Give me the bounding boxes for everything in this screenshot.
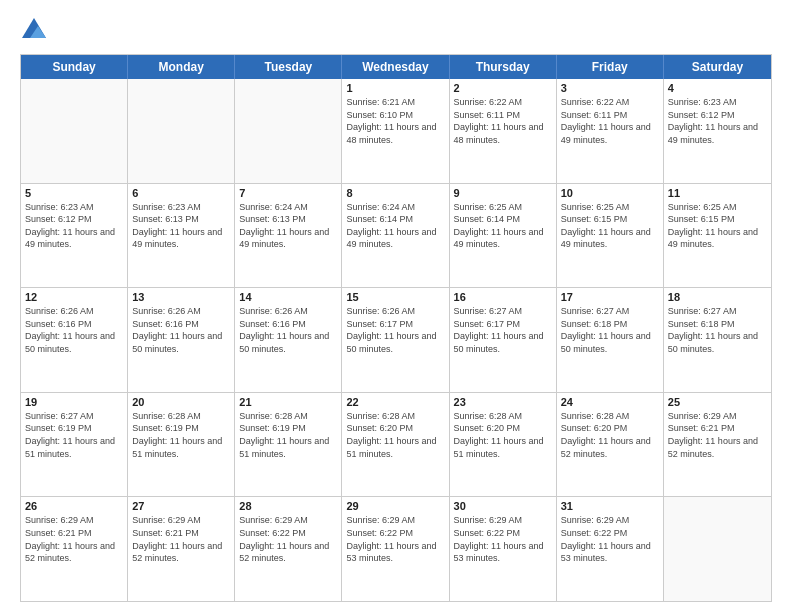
day-info: Sunrise: 6:23 AMSunset: 6:12 PMDaylight:… (668, 96, 767, 146)
day-number: 4 (668, 82, 767, 94)
header-day-sunday: Sunday (21, 55, 128, 79)
calendar-cell: 9Sunrise: 6:25 AMSunset: 6:14 PMDaylight… (450, 184, 557, 288)
day-info: Sunrise: 6:29 AMSunset: 6:22 PMDaylight:… (346, 514, 444, 564)
calendar-row-4: 19Sunrise: 6:27 AMSunset: 6:19 PMDayligh… (21, 392, 771, 497)
day-number: 10 (561, 187, 659, 199)
day-number: 31 (561, 500, 659, 512)
header-day-friday: Friday (557, 55, 664, 79)
day-info: Sunrise: 6:28 AMSunset: 6:20 PMDaylight:… (454, 410, 552, 460)
day-number: 19 (25, 396, 123, 408)
day-info: Sunrise: 6:23 AMSunset: 6:12 PMDaylight:… (25, 201, 123, 251)
calendar-cell: 23Sunrise: 6:28 AMSunset: 6:20 PMDayligh… (450, 393, 557, 497)
day-number: 5 (25, 187, 123, 199)
day-number: 30 (454, 500, 552, 512)
day-info: Sunrise: 6:21 AMSunset: 6:10 PMDaylight:… (346, 96, 444, 146)
day-info: Sunrise: 6:25 AMSunset: 6:15 PMDaylight:… (668, 201, 767, 251)
calendar-cell: 17Sunrise: 6:27 AMSunset: 6:18 PMDayligh… (557, 288, 664, 392)
calendar-row-1: 1Sunrise: 6:21 AMSunset: 6:10 PMDaylight… (21, 79, 771, 183)
calendar-cell: 10Sunrise: 6:25 AMSunset: 6:15 PMDayligh… (557, 184, 664, 288)
day-number: 28 (239, 500, 337, 512)
calendar-cell: 22Sunrise: 6:28 AMSunset: 6:20 PMDayligh… (342, 393, 449, 497)
day-number: 14 (239, 291, 337, 303)
calendar-row-2: 5Sunrise: 6:23 AMSunset: 6:12 PMDaylight… (21, 183, 771, 288)
calendar-cell: 25Sunrise: 6:29 AMSunset: 6:21 PMDayligh… (664, 393, 771, 497)
calendar-cell: 28Sunrise: 6:29 AMSunset: 6:22 PMDayligh… (235, 497, 342, 601)
day-number: 16 (454, 291, 552, 303)
header-day-monday: Monday (128, 55, 235, 79)
calendar-row-5: 26Sunrise: 6:29 AMSunset: 6:21 PMDayligh… (21, 496, 771, 601)
header-day-saturday: Saturday (664, 55, 771, 79)
calendar-cell: 30Sunrise: 6:29 AMSunset: 6:22 PMDayligh… (450, 497, 557, 601)
day-number: 12 (25, 291, 123, 303)
day-number: 2 (454, 82, 552, 94)
calendar-cell: 5Sunrise: 6:23 AMSunset: 6:12 PMDaylight… (21, 184, 128, 288)
day-info: Sunrise: 6:27 AMSunset: 6:17 PMDaylight:… (454, 305, 552, 355)
day-info: Sunrise: 6:29 AMSunset: 6:22 PMDaylight:… (239, 514, 337, 564)
calendar-cell (128, 79, 235, 183)
calendar-cell: 1Sunrise: 6:21 AMSunset: 6:10 PMDaylight… (342, 79, 449, 183)
day-number: 27 (132, 500, 230, 512)
calendar-cell: 26Sunrise: 6:29 AMSunset: 6:21 PMDayligh… (21, 497, 128, 601)
day-info: Sunrise: 6:26 AMSunset: 6:16 PMDaylight:… (25, 305, 123, 355)
day-info: Sunrise: 6:22 AMSunset: 6:11 PMDaylight:… (561, 96, 659, 146)
calendar-cell: 8Sunrise: 6:24 AMSunset: 6:14 PMDaylight… (342, 184, 449, 288)
header-day-tuesday: Tuesday (235, 55, 342, 79)
day-info: Sunrise: 6:29 AMSunset: 6:21 PMDaylight:… (25, 514, 123, 564)
day-number: 25 (668, 396, 767, 408)
calendar-cell: 19Sunrise: 6:27 AMSunset: 6:19 PMDayligh… (21, 393, 128, 497)
day-info: Sunrise: 6:29 AMSunset: 6:21 PMDaylight:… (132, 514, 230, 564)
day-number: 8 (346, 187, 444, 199)
calendar-cell: 27Sunrise: 6:29 AMSunset: 6:21 PMDayligh… (128, 497, 235, 601)
day-info: Sunrise: 6:26 AMSunset: 6:17 PMDaylight:… (346, 305, 444, 355)
calendar-cell: 18Sunrise: 6:27 AMSunset: 6:18 PMDayligh… (664, 288, 771, 392)
calendar-cell: 29Sunrise: 6:29 AMSunset: 6:22 PMDayligh… (342, 497, 449, 601)
day-info: Sunrise: 6:24 AMSunset: 6:13 PMDaylight:… (239, 201, 337, 251)
day-info: Sunrise: 6:25 AMSunset: 6:14 PMDaylight:… (454, 201, 552, 251)
day-number: 24 (561, 396, 659, 408)
day-number: 13 (132, 291, 230, 303)
calendar-cell: 13Sunrise: 6:26 AMSunset: 6:16 PMDayligh… (128, 288, 235, 392)
day-number: 22 (346, 396, 444, 408)
day-number: 9 (454, 187, 552, 199)
calendar-cell (21, 79, 128, 183)
day-info: Sunrise: 6:27 AMSunset: 6:19 PMDaylight:… (25, 410, 123, 460)
calendar-cell: 14Sunrise: 6:26 AMSunset: 6:16 PMDayligh… (235, 288, 342, 392)
header (20, 16, 772, 44)
calendar-cell (664, 497, 771, 601)
calendar-cell: 24Sunrise: 6:28 AMSunset: 6:20 PMDayligh… (557, 393, 664, 497)
day-info: Sunrise: 6:27 AMSunset: 6:18 PMDaylight:… (561, 305, 659, 355)
day-info: Sunrise: 6:24 AMSunset: 6:14 PMDaylight:… (346, 201, 444, 251)
calendar-cell: 31Sunrise: 6:29 AMSunset: 6:22 PMDayligh… (557, 497, 664, 601)
day-number: 21 (239, 396, 337, 408)
day-info: Sunrise: 6:29 AMSunset: 6:22 PMDaylight:… (454, 514, 552, 564)
calendar-cell: 16Sunrise: 6:27 AMSunset: 6:17 PMDayligh… (450, 288, 557, 392)
day-number: 15 (346, 291, 444, 303)
day-info: Sunrise: 6:22 AMSunset: 6:11 PMDaylight:… (454, 96, 552, 146)
day-info: Sunrise: 6:25 AMSunset: 6:15 PMDaylight:… (561, 201, 659, 251)
calendar-cell: 7Sunrise: 6:24 AMSunset: 6:13 PMDaylight… (235, 184, 342, 288)
calendar-cell: 20Sunrise: 6:28 AMSunset: 6:19 PMDayligh… (128, 393, 235, 497)
day-number: 17 (561, 291, 659, 303)
logo (20, 16, 52, 44)
day-info: Sunrise: 6:29 AMSunset: 6:21 PMDaylight:… (668, 410, 767, 460)
day-number: 26 (25, 500, 123, 512)
day-info: Sunrise: 6:26 AMSunset: 6:16 PMDaylight:… (239, 305, 337, 355)
day-number: 11 (668, 187, 767, 199)
calendar-cell: 4Sunrise: 6:23 AMSunset: 6:12 PMDaylight… (664, 79, 771, 183)
day-number: 29 (346, 500, 444, 512)
day-number: 1 (346, 82, 444, 94)
day-info: Sunrise: 6:28 AMSunset: 6:20 PMDaylight:… (346, 410, 444, 460)
calendar-cell: 12Sunrise: 6:26 AMSunset: 6:16 PMDayligh… (21, 288, 128, 392)
header-day-thursday: Thursday (450, 55, 557, 79)
header-day-wednesday: Wednesday (342, 55, 449, 79)
calendar-cell: 3Sunrise: 6:22 AMSunset: 6:11 PMDaylight… (557, 79, 664, 183)
day-info: Sunrise: 6:26 AMSunset: 6:16 PMDaylight:… (132, 305, 230, 355)
day-info: Sunrise: 6:27 AMSunset: 6:18 PMDaylight:… (668, 305, 767, 355)
day-number: 20 (132, 396, 230, 408)
day-info: Sunrise: 6:28 AMSunset: 6:19 PMDaylight:… (239, 410, 337, 460)
day-number: 23 (454, 396, 552, 408)
calendar-body: 1Sunrise: 6:21 AMSunset: 6:10 PMDaylight… (21, 79, 771, 601)
calendar-cell (235, 79, 342, 183)
day-info: Sunrise: 6:28 AMSunset: 6:20 PMDaylight:… (561, 410, 659, 460)
day-info: Sunrise: 6:29 AMSunset: 6:22 PMDaylight:… (561, 514, 659, 564)
